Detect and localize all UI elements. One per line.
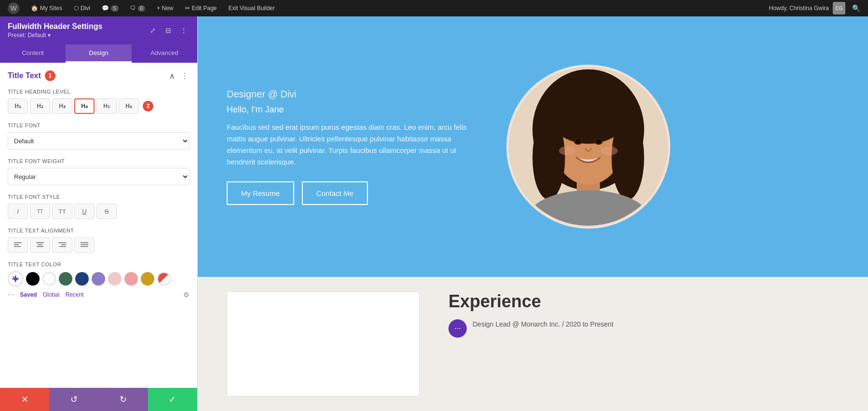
align-center-button[interactable] (30, 237, 50, 253)
divi-label: Divi (81, 5, 90, 12)
svg-rect-10 (59, 246, 66, 247)
heading-level-group: Title Heading Level H₁ H₂ H₃ H₄ H₅ H₆ 2 (8, 89, 190, 114)
svg-rect-1 (14, 244, 19, 245)
monospace-button[interactable]: TT (30, 204, 50, 219)
align-right-button[interactable] (52, 237, 72, 253)
svg-rect-6 (37, 246, 43, 247)
comments-button[interactable]: 💬 5 (99, 0, 122, 16)
svg-rect-8 (58, 242, 66, 243)
user-avatar[interactable]: CG (833, 2, 845, 14)
font-label: Title Font (8, 123, 190, 128)
exit-builder-label: Exit Visual Builder (229, 5, 275, 12)
comments-icon: 💬 (102, 5, 109, 12)
hero-content: Designer @ Divi Hello, I'm Jane Faucibus… (227, 89, 477, 205)
color-swatches (8, 271, 190, 287)
color-picker-button[interactable] (8, 271, 23, 287)
new-button[interactable]: + New (154, 0, 176, 16)
more-options-icon[interactable]: ⋮ (178, 25, 190, 36)
hero-image (506, 65, 670, 229)
redo-icon: ↻ (120, 394, 127, 405)
color-green[interactable] (59, 272, 72, 286)
exit-visual-builder-button[interactable]: Exit Visual Builder (226, 0, 278, 16)
svg-point-23 (611, 116, 644, 200)
heading-h4-button[interactable]: H₄ (74, 98, 95, 114)
settings-panel: Fullwidth Header Settings Preset: Defaul… (0, 16, 198, 411)
comment-bubble-icon: 🗨 (130, 5, 136, 12)
font-group: Title Font Default (8, 123, 190, 150)
align-buttons (8, 237, 190, 253)
tab-design[interactable]: Design (66, 44, 131, 63)
recent-colors-button[interactable]: Recent (65, 291, 83, 298)
fullscreen-icon[interactable]: ⤢ (147, 25, 159, 36)
color-custom[interactable] (157, 272, 171, 286)
font-select[interactable]: Default (8, 132, 190, 150)
saved-colors-button[interactable]: Saved (20, 291, 37, 298)
resume-button[interactable]: My Resume (227, 181, 294, 205)
panel-preset[interactable]: Preset: Default ▾ (8, 32, 102, 39)
underline-button[interactable]: U (74, 204, 95, 219)
global-colors-button[interactable]: Global (43, 291, 60, 298)
font-weight-select[interactable]: Regular (8, 168, 190, 185)
align-left-button[interactable] (8, 237, 28, 253)
heading-badge-2: 2 (143, 101, 153, 111)
color-more-dots[interactable]: ··· (8, 290, 14, 299)
my-sites-label: My Sites (40, 5, 62, 12)
experience-entry: ··· Design Lead @ Monarch Inc. / 2020 to… (448, 319, 839, 338)
heading-h1-button[interactable]: H₁ (8, 98, 28, 114)
cancel-icon: ✕ (21, 394, 28, 405)
color-black[interactable] (26, 272, 40, 286)
my-sites-button[interactable]: 🏠 My Sites (28, 0, 65, 16)
edit-page-button[interactable]: ✏ Edit Page (182, 0, 220, 16)
color-label: Title Text Color (8, 261, 190, 267)
font-weight-group: Title Font Weight Regular (8, 158, 190, 185)
hero-greeting: Hello, I'm Jane (227, 105, 477, 115)
cancel-button[interactable]: ✕ (0, 388, 49, 411)
align-justify-button[interactable] (74, 237, 95, 253)
tab-advanced[interactable]: Advanced (132, 44, 197, 63)
svg-point-26 (575, 139, 581, 144)
section-header: Title Text 1 ∧ ⋮ (8, 70, 190, 81)
svg-rect-0 (14, 242, 22, 243)
wp-logo-button[interactable]: W (5, 0, 22, 16)
panel-header-icons: ⤢ ⊟ ⋮ (147, 25, 190, 36)
color-navy[interactable] (75, 272, 89, 286)
comments-zero-button[interactable]: 🗨 0 (127, 0, 149, 16)
collapse-button[interactable]: ∧ (167, 71, 177, 81)
color-white[interactable] (42, 272, 56, 286)
heading-h6-button[interactable]: H₆ (119, 98, 139, 114)
color-settings-icon[interactable]: ⚙ (183, 291, 190, 299)
color-gold[interactable] (141, 272, 154, 286)
comments-count: 5 (111, 5, 119, 12)
color-purple[interactable] (92, 272, 105, 286)
section-title-row: Title Text 1 (8, 70, 55, 81)
panel-tabs: Content Design Advanced (0, 44, 197, 63)
page-preview: Designer @ Divi Hello, I'm Jane Faucibus… (198, 16, 868, 411)
search-icon[interactable]: 🔍 (849, 4, 863, 12)
admin-bar: W 🏠 My Sites ⬡ Divi 💬 5 🗨 0 + New ✏ Edit… (0, 0, 868, 16)
serif-button[interactable]: TT (52, 204, 72, 219)
color-pink-light[interactable] (108, 272, 122, 286)
svg-rect-5 (38, 244, 42, 245)
panel-header: Fullwidth Header Settings Preset: Defaul… (0, 16, 197, 44)
exp-dot: ··· (448, 319, 467, 338)
tab-content[interactable]: Content (0, 44, 66, 63)
save-button[interactable]: ✓ (148, 388, 197, 411)
contact-button[interactable]: Contact Me (302, 181, 368, 205)
redo-button[interactable]: ↻ (99, 388, 148, 411)
heading-h5-button[interactable]: H₅ (96, 98, 117, 114)
section-options-button[interactable]: ⋮ (180, 71, 190, 81)
section-title: Title Text (8, 71, 41, 80)
heading-h2-button[interactable]: H₂ (30, 98, 50, 114)
heading-h3-button[interactable]: H₃ (52, 98, 72, 114)
undo-button[interactable]: ↺ (49, 388, 98, 411)
undo-icon: ↺ (70, 394, 78, 405)
italic-button[interactable]: I (8, 204, 28, 219)
svg-rect-2 (14, 246, 21, 247)
experience-section: Experience ··· Design Lead @ Monarch Inc… (198, 277, 868, 411)
divi-button[interactable]: ⬡ Divi (71, 0, 93, 16)
strikethrough-button[interactable]: S (96, 204, 117, 219)
columns-icon[interactable]: ⊟ (163, 25, 174, 36)
color-pink[interactable] (124, 272, 138, 286)
new-label: + New (157, 5, 173, 12)
divi-icon: ⬡ (74, 5, 79, 12)
